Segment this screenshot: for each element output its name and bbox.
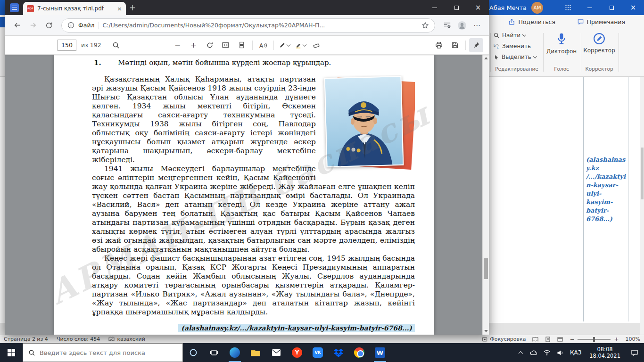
exercise-text: Мәтінді оқып, мәтін бойынша күрделі жосп… [118, 58, 331, 67]
new-tab-button[interactable]: + [126, 1, 139, 14]
minimize-icon [432, 8, 437, 8]
find-button[interactable]: Найти [493, 32, 526, 39]
fit-to-width-button[interactable] [219, 38, 233, 52]
action-center-button[interactable] [625, 349, 644, 356]
taskbar-app-edge[interactable] [224, 343, 245, 362]
edge-maximize-button[interactable] [446, 0, 467, 15]
read-mode-view-icon[interactable] [532, 337, 538, 342]
editor-button[interactable]: Корректор [584, 32, 615, 54]
network-tray-icon[interactable] [540, 349, 553, 356]
taskbar-app-mail[interactable] [266, 343, 287, 362]
zoom-level[interactable]: 100% [626, 336, 640, 342]
edge-minimize-button[interactable] [424, 0, 446, 15]
edge-close-button[interactable]: × [467, 0, 489, 15]
share-button[interactable]: Поделиться [508, 18, 555, 25]
clock[interactable]: 08:08 18.04.2021 [585, 346, 625, 359]
status-word-count[interactable]: Число слов: 454 [57, 336, 100, 342]
pdf-scrollbar-thumb[interactable] [484, 258, 488, 279]
zoom-in-button[interactable]: + [614, 336, 619, 343]
pdf-scrollbar[interactable] [482, 55, 489, 335]
scroll-up-arrow-icon[interactable] [484, 57, 488, 59]
dictate-button[interactable]: Диктофон [546, 32, 577, 55]
kasym-kaysenov-portrait [325, 77, 403, 166]
close-icon: × [475, 3, 481, 12]
page-number-input[interactable] [58, 40, 76, 51]
taskbar-search-box[interactable] [23, 343, 183, 362]
word-user-name: Абая Мечта [489, 4, 527, 11]
tab-pdf-document[interactable]: PDF 7-сынып қазақ тілі.pdf × [23, 2, 126, 15]
taskbar-app-file-explorer[interactable] [245, 343, 266, 362]
onedrive-tray-icon[interactable] [527, 350, 540, 355]
web-layout-view-icon[interactable] [557, 337, 563, 342]
volume-tray-icon[interactable] [553, 350, 567, 356]
save-button[interactable] [448, 38, 462, 52]
avatar-icon [457, 21, 467, 30]
taskbar-app-yandex[interactable]: Y [287, 343, 307, 362]
pin-icon [473, 41, 480, 49]
settings-menu-button[interactable]: ⋯ [470, 18, 484, 33]
edge-tab-bar: PDF 7-сынып қазақ тілі.pdf × + × [5, 0, 489, 15]
select-button[interactable]: Выделить [493, 54, 537, 60]
ribbon-divider [619, 33, 619, 72]
word-maximize-button[interactable] [601, 0, 622, 15]
pen-icon [279, 41, 286, 49]
word-scrollbar[interactable] [640, 77, 644, 335]
replace-button[interactable]: bc Заменить [493, 43, 531, 49]
start-button[interactable] [0, 343, 23, 362]
read-aloud-button[interactable]: A [256, 38, 270, 52]
table-border [628, 77, 628, 321]
add-favorite-star-icon[interactable] [421, 22, 429, 29]
file-tab-sliver[interactable] [0, 17, 5, 27]
highlight-button[interactable] [293, 38, 307, 52]
draw-button[interactable] [277, 38, 291, 52]
rotate-button[interactable] [203, 38, 217, 52]
edge-address-bar: Файл C:/Users/admin/Documents/Новый%20фо… [5, 15, 489, 36]
info-icon[interactable] [67, 22, 74, 29]
taskbar-app-dropbox[interactable] [328, 343, 349, 362]
focus-mode-button[interactable]: Фокусировка [482, 336, 526, 342]
print-layout-view-icon[interactable] [545, 337, 551, 342]
tab-actions-menu-button[interactable] [10, 3, 19, 12]
zoom-slider-thumb[interactable] [593, 337, 595, 342]
toolbar-separator [252, 41, 253, 50]
erase-button[interactable] [309, 38, 323, 52]
scroll-down-arrow-icon[interactable] [484, 330, 488, 332]
word-close-button[interactable]: × [622, 0, 644, 15]
search-input[interactable] [40, 349, 177, 356]
keyboard-language-button[interactable]: ҚАЗ [567, 349, 585, 356]
pin-toolbar-button[interactable] [469, 38, 483, 52]
profile-button[interactable] [455, 18, 469, 33]
pdf-search-button[interactable] [109, 38, 123, 52]
avatar[interactable]: АМ [531, 2, 543, 14]
taskbar-app-word[interactable]: W [370, 343, 390, 362]
chevron-down-icon [533, 54, 537, 58]
url-field[interactable]: Файл C:/Users/admin/Documents/Новый%20фо… [61, 18, 435, 33]
comments-button[interactable]: Примечания [577, 18, 625, 25]
print-button[interactable] [432, 38, 446, 52]
yandex-browser-icon: Y [292, 347, 302, 358]
word-minimize-button[interactable] [579, 0, 601, 15]
back-button[interactable] [9, 18, 25, 33]
page-view-button[interactable] [235, 38, 249, 52]
taskbar-app-chrome[interactable] [349, 343, 370, 362]
cortana-button[interactable] [183, 343, 204, 362]
windows-logo-icon [8, 349, 15, 356]
exercise-number: 1. [92, 58, 118, 67]
word-scrollbar-thumb[interactable] [641, 148, 644, 199]
zoom-slider[interactable] [578, 339, 611, 340]
task-view-button[interactable] [204, 343, 224, 362]
refresh-button[interactable] [41, 18, 57, 33]
show-hidden-icons-button[interactable] [514, 351, 527, 354]
tab-close-button[interactable]: × [117, 6, 122, 12]
table-border [492, 77, 492, 321]
word-source-citation[interactable]: (alashainasy.kz /.../kazaktyin-kaysar-ul… [586, 156, 627, 223]
ribbon-display-options-button[interactable] [557, 0, 579, 15]
taskbar-app-vk[interactable]: VK [307, 343, 328, 362]
zoom-out-button[interactable]: − [171, 38, 185, 52]
zoom-out-button[interactable]: − [570, 336, 574, 343]
zoom-in-button[interactable]: + [187, 38, 201, 52]
status-page[interactable]: Страница 2 из 4 [4, 336, 48, 342]
forward-button[interactable] [25, 18, 41, 33]
favorites-button[interactable] [440, 18, 454, 33]
status-language[interactable]: казахский [108, 336, 145, 342]
